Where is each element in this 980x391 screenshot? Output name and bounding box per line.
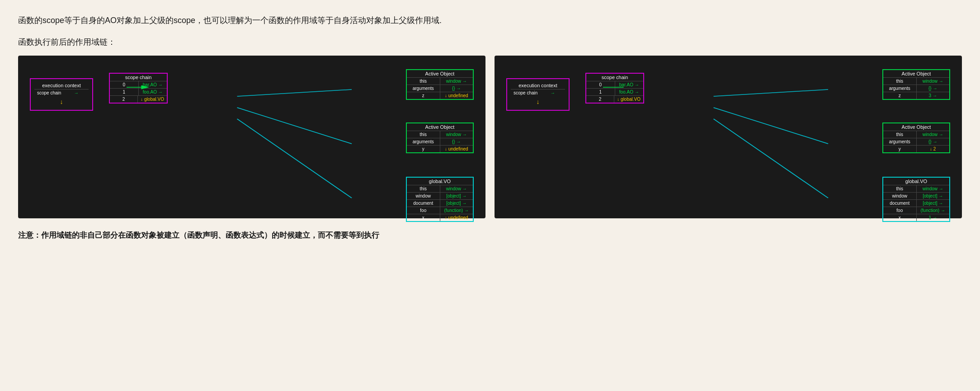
diagram-left: execution context scope chain → ↓ scope … bbox=[18, 56, 485, 218]
gvo-r1-r: [object] → bbox=[440, 193, 473, 199]
ao-mid-r2-left-left: y bbox=[407, 146, 440, 152]
scope-chain-box-title-right: scope chain bbox=[586, 74, 643, 81]
sc-val-2-right: ↓ global.VO bbox=[614, 96, 643, 103]
svg-line-2 bbox=[237, 108, 352, 144]
svg-line-3 bbox=[237, 119, 352, 198]
scope-chain-box-left: scope chain 0 bar.AO → 1 foo.AO → 2 ↓ gl… bbox=[109, 73, 168, 104]
ao-top-r1-left-left: arguments bbox=[407, 85, 440, 92]
ao-top-r2-left-left: z bbox=[407, 92, 440, 99]
scope-chain-row-right: scope chain → bbox=[511, 89, 565, 96]
ao-top-r2-right-left: ↓ undefined bbox=[440, 92, 473, 99]
gvo-r4-r-r: 1 → bbox=[917, 214, 950, 221]
gvo-r1-r-r: [object] → bbox=[917, 193, 950, 199]
svg-line-5 bbox=[714, 90, 828, 96]
note-text: 注意：作用域链的非自己部分在函数对象被建立（函数声明、函数表达式）的时候建立，而… bbox=[18, 229, 962, 242]
active-obj-mid-right: Active Object this window → arguments {}… bbox=[882, 122, 950, 153]
gvo-r1-l-r: window bbox=[883, 193, 917, 199]
scope-chain-arrow-right: → bbox=[540, 90, 565, 96]
sc-idx-2-right: 2 bbox=[586, 96, 614, 103]
sc-idx-1-right: 1 bbox=[586, 89, 615, 95]
gvo-r2-r: [object] → bbox=[440, 200, 473, 207]
scope-chain-label-right: scope chain bbox=[511, 90, 540, 96]
ao-mid-r0-left-left: this bbox=[407, 131, 440, 138]
gvo-r4-l: x bbox=[407, 214, 440, 221]
exec-context-title-left: execution context bbox=[34, 82, 89, 89]
sc-val-2-left: ↓ global.VO bbox=[138, 96, 167, 103]
ao-mid-title-left: Active Object bbox=[407, 123, 473, 131]
sc-idx-0-left: 0 bbox=[110, 81, 139, 88]
exec-context-box-left: execution context scope chain → ↓ bbox=[30, 78, 93, 111]
scope-chain-box-title-left: scope chain bbox=[110, 74, 167, 81]
ao-top-r0-right-left: window → bbox=[440, 78, 473, 85]
diagrams-row: execution context scope chain → ↓ scope … bbox=[18, 56, 962, 218]
diagram-left-inner: execution context scope chain → ↓ scope … bbox=[25, 65, 478, 209]
ao-top-r0-l-right: this bbox=[883, 78, 917, 85]
ao-top-title-left: Active Object bbox=[407, 70, 473, 77]
active-obj-mid-left: Active Object this window → arguments {}… bbox=[406, 122, 474, 153]
svg-line-7 bbox=[714, 119, 828, 198]
diagram-right: execution context scope chain → ↓ scope … bbox=[495, 56, 962, 218]
gvo-title-left: global.VO bbox=[407, 178, 473, 185]
ao-mid-r2-l-right: y bbox=[883, 146, 917, 152]
sc-val-0-left: bar.AO → bbox=[139, 81, 167, 88]
scope-chain-label-left: scope chain bbox=[34, 90, 64, 96]
sc-val-1-left: foo.AO → bbox=[139, 89, 167, 95]
active-obj-top-left: Active Object this window → arguments {}… bbox=[406, 69, 474, 100]
ao-mid-r1-l-right: arguments bbox=[883, 138, 917, 145]
sc-idx-2-left: 2 bbox=[110, 96, 138, 103]
ao-top-r0-r-right: window → bbox=[917, 78, 950, 85]
gvo-r0-l-r: this bbox=[883, 185, 917, 192]
gvo-title-right: global.VO bbox=[883, 178, 949, 185]
ao-top-r2-l-right: z bbox=[883, 92, 917, 99]
diagram-right-inner: execution context scope chain → ↓ scope … bbox=[502, 65, 955, 209]
gvo-r3-l-r: foo bbox=[883, 207, 917, 214]
sc-val-1-right: foo.AO → bbox=[615, 89, 644, 95]
gvo-r2-l: document bbox=[407, 200, 440, 207]
ao-mid-r0-r-right: window → bbox=[917, 131, 950, 138]
svg-line-1 bbox=[237, 90, 352, 96]
ao-mid-r2-r-right: ↓ 2 bbox=[917, 146, 950, 152]
gvo-r3-r-r: (function) → bbox=[917, 207, 950, 214]
exec-context-box-right: execution context scope chain → ↓ bbox=[506, 78, 570, 111]
ao-top-r2-r-right: 3 → bbox=[917, 92, 950, 99]
ao-mid-r1-r-right: {} → bbox=[917, 138, 950, 145]
gvo-r3-r: (function) → bbox=[440, 207, 473, 214]
gvo-r0-r-r: window → bbox=[917, 185, 950, 192]
ao-mid-r1-right-left: {} → bbox=[440, 138, 473, 145]
scope-chain-row-left: scope chain → bbox=[34, 89, 89, 96]
gvo-r2-r-r: [object] → bbox=[917, 200, 950, 207]
sc-val-0-right: bar.AO → bbox=[615, 81, 644, 88]
gvo-r0-r: window → bbox=[440, 185, 473, 192]
section-title: 函数执行前后的作用域链： bbox=[18, 37, 962, 47]
ao-top-r1-r-right: {} → bbox=[917, 85, 950, 92]
ao-mid-r1-left-left: arguments bbox=[407, 138, 440, 145]
ao-mid-r0-right-left: window → bbox=[440, 131, 473, 138]
exec-context-title-right: execution context bbox=[511, 82, 565, 89]
ao-top-r0-left-left: this bbox=[407, 78, 440, 85]
gvo-r3-l: foo bbox=[407, 207, 440, 214]
active-obj-top-right: Active Object this window → arguments {}… bbox=[882, 69, 950, 100]
sc-idx-0-right: 0 bbox=[586, 81, 615, 88]
ao-mid-r0-l-right: this bbox=[883, 131, 917, 138]
sc-idx-1-left: 1 bbox=[110, 89, 139, 95]
intro-text: 函数的scope等于自身的AO对象加上父级的scope，也可以理解为一个函数的作… bbox=[18, 14, 962, 28]
ao-top-r1-right-left: {} → bbox=[440, 85, 473, 92]
ao-top-r1-l-right: arguments bbox=[883, 85, 917, 92]
global-vo-left: global.VO this window → window [object] … bbox=[406, 177, 474, 222]
scope-chain-arrow-left: → bbox=[64, 90, 89, 96]
svg-line-6 bbox=[714, 108, 828, 144]
ao-top-title-right: Active Object bbox=[883, 70, 949, 77]
ao-mid-title-right: Active Object bbox=[883, 123, 949, 131]
gvo-r1-l: window bbox=[407, 193, 440, 199]
gvo-r0-l: this bbox=[407, 185, 440, 192]
ao-mid-r2-right-left: ↓ undefined bbox=[440, 146, 473, 152]
gvo-r2-l-r: document bbox=[883, 200, 917, 207]
scope-chain-box-right: scope chain 0 bar.AO → 1 foo.AO → 2 ↓ gl… bbox=[585, 73, 644, 104]
global-vo-right: global.VO this window → window [object] … bbox=[882, 177, 950, 222]
gvo-r4-r: ↓ undefined bbox=[440, 214, 473, 221]
gvo-r4-l-r: x bbox=[883, 214, 917, 221]
